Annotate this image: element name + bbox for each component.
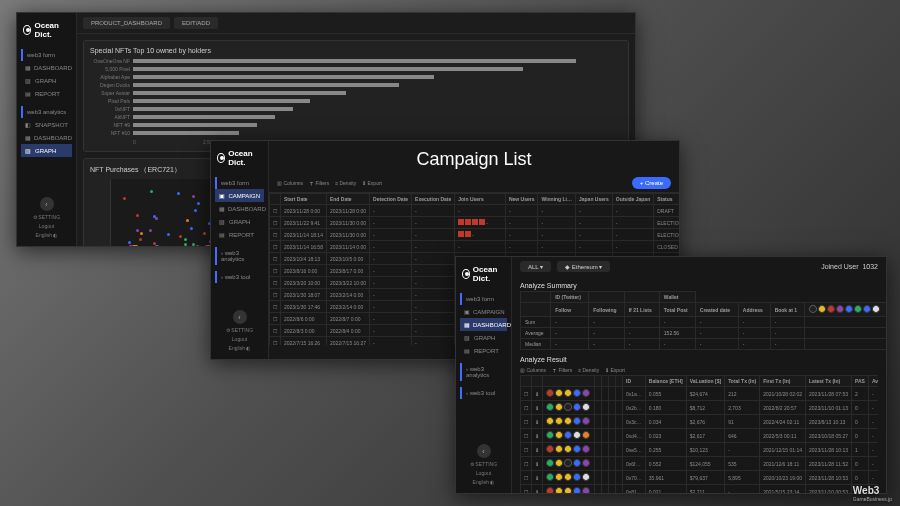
nav-graph[interactable]: ▨GRAPH	[21, 74, 72, 87]
table-row[interactable]: ☐2023/11/28 0:002023/11/28 0:00-------DR…	[270, 205, 680, 217]
nav-label: CAMPAIGN	[473, 309, 505, 315]
table-row[interactable]: ☐⬇0xe5…0.255$10,123-2021/12/15 01:142023…	[521, 443, 879, 457]
collapse-button[interactable]: ‹	[477, 444, 491, 458]
nav-graph[interactable]: ▨GRAPH	[460, 331, 507, 344]
filter-all[interactable]: ALL ▾	[520, 261, 551, 272]
table-toolbar: ▥ Columns ⫪ Filters ≡ Density ⬇ Export +…	[269, 174, 679, 193]
table-row[interactable]: ☐⬇0x3c…0.034$2,676912022/4/24 02:112023/…	[521, 415, 879, 429]
nav-report[interactable]: ▤REPORT	[21, 87, 72, 100]
chain-icon	[871, 303, 882, 314]
table-row[interactable]: ☐⬇0xd4…0.023$2,6176462022/5/3 00:112023/…	[521, 429, 879, 443]
watermark: Web3GameBusiness.jp	[853, 485, 892, 502]
theme-toggle[interactable]: ◐	[490, 479, 494, 485]
setting-link[interactable]: ⚙ SETTING	[33, 214, 60, 220]
nav-label: GRAPH	[35, 148, 56, 154]
table-row[interactable]: ☐2023/11/14 18:142023/11/30 0:00-------E…	[270, 229, 680, 241]
result-title: Analyze Result	[512, 350, 886, 365]
theme-toggle[interactable]: ◐	[53, 232, 57, 238]
chain-icon	[580, 457, 591, 468]
sidebar: Ocean Dict. web3 form ▣CAMPAIGN ▦DASHBOA…	[456, 257, 512, 493]
table-row[interactable]: ☐⬇0x81…0.021$2,711-2021/5/15 23:142023/1…	[521, 485, 879, 494]
brand-logo: Ocean Dict.	[456, 261, 511, 287]
nav-dashboard[interactable]: ▦DASHBOARD	[21, 61, 72, 74]
table-row[interactable]: ☐⬇0x6f…0.552$124,0555352021/12/6 18:1120…	[521, 457, 879, 471]
create-button[interactable]: + Create	[632, 177, 671, 189]
filters-button[interactable]: ⫪ Filters	[552, 367, 572, 373]
page-title: Campaign List	[269, 141, 679, 174]
nav-section-tool[interactable]: › web3 tool	[460, 387, 507, 399]
result-table: IDBalance [ETH]VaLuation [$]Total Tx (In…	[520, 375, 878, 493]
chain-icon	[580, 443, 591, 454]
theme-toggle[interactable]: ◐	[246, 345, 250, 351]
density-button[interactable]: ≡ Density	[578, 367, 599, 373]
lang-select[interactable]: English	[473, 479, 489, 485]
report-icon: ▤	[464, 347, 471, 354]
nav-report[interactable]: ▤REPORT	[215, 228, 264, 241]
lang-select[interactable]: English	[36, 232, 52, 238]
dashboard-icon: ▦	[219, 205, 225, 212]
table-row[interactable]: ☐2023/11/14 16:582023/11/14 0:00-------C…	[270, 241, 680, 253]
filter-chain[interactable]: ◆ Ethereum ▾	[557, 261, 610, 272]
tab-edit-add[interactable]: EDIT/ADD	[174, 17, 218, 29]
nav-dashboard[interactable]: ▦DASHBOARD	[215, 202, 264, 215]
main-content: ALL ▾ ◆ Ethereum ▾ Joined User 1032 Anal…	[512, 257, 886, 493]
nav-label: CAMPAIGN	[228, 193, 260, 199]
nav-section-analytics[interactable]: › web3 analytics	[460, 363, 507, 381]
filters-button[interactable]: ⫪ Filters	[309, 180, 329, 186]
collapse-button[interactable]: ‹	[233, 310, 247, 324]
nav-label: DASHBOARD	[228, 206, 266, 212]
chain-icon	[580, 471, 591, 482]
setting-link[interactable]: ⚙ SETTING	[470, 461, 497, 467]
campaign-icon: ▣	[219, 192, 225, 199]
nav-dashboard2[interactable]: ▦DASHBOARD	[21, 131, 72, 144]
nav-label: GRAPH	[474, 335, 495, 341]
nav-label: GRAPH	[229, 219, 250, 225]
nav-campaign[interactable]: ▣CAMPAIGN	[215, 189, 264, 202]
setting-link[interactable]: ⚙ SETTING	[226, 327, 253, 333]
graph-icon: ▨	[25, 77, 32, 84]
nav-graph[interactable]: ▨GRAPH	[215, 215, 264, 228]
nav-graph2[interactable]: ▨GRAPH	[21, 144, 72, 157]
logout-link[interactable]: Logout	[39, 223, 54, 229]
chain-icon	[580, 415, 591, 426]
table-row[interactable]: ☐⬇0x70…35.961$79,6375,8952020/10/23 19:0…	[521, 471, 879, 485]
export-button[interactable]: ⬇ Export	[605, 367, 625, 373]
collapse-button[interactable]: ‹	[40, 197, 54, 211]
brand-text: Ocean Dict.	[473, 265, 505, 283]
nav-section-tool[interactable]: › web3 tool	[215, 271, 264, 283]
report-icon: ▤	[25, 90, 32, 97]
nav-report[interactable]: ▤REPORT	[460, 344, 507, 357]
nav-snapshot[interactable]: ◧SNAPSHOT	[21, 118, 72, 131]
nav-label: REPORT	[474, 348, 499, 354]
nav-label: REPORT	[229, 232, 254, 238]
lang-select[interactable]: English	[229, 345, 245, 351]
dashboard-icon: ▦	[25, 134, 31, 141]
table-row[interactable]: ☐⬇0x1a…0.055$24,6742122021/10/28 02:0220…	[521, 387, 879, 401]
logout-link[interactable]: Logout	[232, 336, 247, 342]
columns-button[interactable]: ▥ Columns	[520, 367, 546, 373]
density-button[interactable]: ≡ Density	[335, 180, 356, 186]
tab-bar: PRODUCT_DASHBOARD EDIT/ADD	[77, 13, 635, 34]
nav-label: DASHBOARD	[34, 65, 72, 71]
table-row[interactable]: ☐⬇0x2b…0.180$8,7122,7032022/8/2 20:57202…	[521, 401, 879, 415]
graph-icon: ▨	[219, 218, 226, 225]
nav-section-web3form[interactable]: web3 form	[215, 177, 264, 189]
tab-product-dashboard[interactable]: PRODUCT_DASHBOARD	[83, 17, 170, 29]
dashboard-icon: ▦	[464, 321, 470, 328]
logout-link[interactable]: Logout	[476, 470, 491, 476]
campaign-icon: ▣	[464, 308, 470, 315]
result-scroll[interactable]: IDBalance [ETH]VaLuation [$]Total Tx (In…	[520, 375, 878, 493]
nav-section-web3form[interactable]: web3 form	[460, 293, 507, 305]
nav-label: DASHBOARD	[473, 322, 511, 328]
export-button[interactable]: ⬇ Export	[362, 180, 382, 186]
brand-logo: Ocean Dict.	[17, 17, 76, 43]
columns-button[interactable]: ▥ Columns	[277, 180, 303, 186]
nav-section-analytics[interactable]: › web3 analytics	[215, 247, 264, 265]
nav-section-web3form: web3 form	[21, 49, 72, 61]
table-row[interactable]: ☐2023/11/22 9:412023/11/30 0:00-------EL…	[270, 217, 680, 229]
nav-label: GRAPH	[35, 78, 56, 84]
joined-user-count: Joined User 1032	[821, 263, 878, 270]
nav-dashboard[interactable]: ▦DASHBOARD	[460, 318, 507, 331]
nav-campaign[interactable]: ▣CAMPAIGN	[460, 305, 507, 318]
chart-title: Special NFTs Top 10 owned by holders	[90, 47, 622, 54]
